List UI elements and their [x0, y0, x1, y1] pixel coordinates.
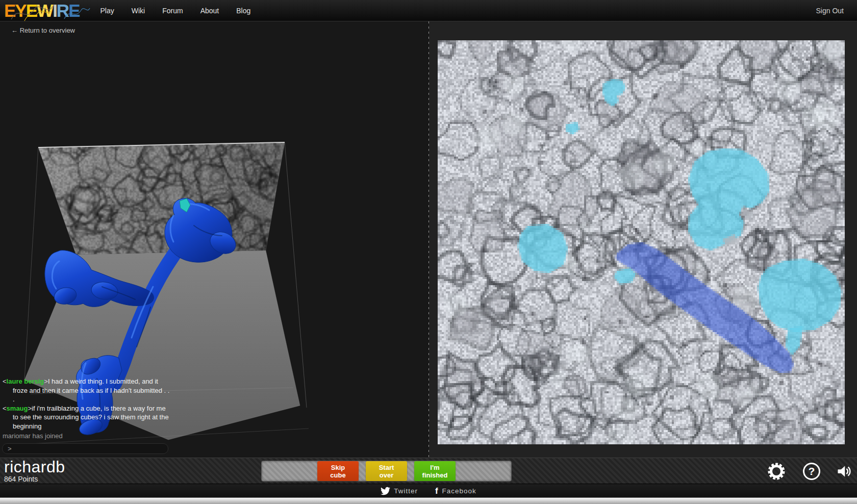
- em-slice-view[interactable]: [438, 40, 845, 444]
- chat-log: laure bersigI had a weird thing. I submi…: [3, 377, 173, 441]
- chat-prompt: >: [8, 445, 12, 452]
- nav-item-blog[interactable]: Blog: [228, 7, 259, 15]
- em-textured-wall: [36, 140, 287, 257]
- chat-message: laure bersigI had a weird thing. I submi…: [3, 377, 173, 404]
- logo-letter: E: [4, 1, 15, 20]
- chat-username: smaug: [3, 405, 32, 412]
- chat-input[interactable]: >: [2, 443, 168, 454]
- logo-letter: I: [53, 1, 57, 20]
- logo-letter: E: [26, 1, 37, 20]
- back-arrow-icon: ←: [11, 27, 18, 34]
- bottom-scroll-strip: [0, 497, 857, 504]
- nav-links: Play Wiki Forum About Blog: [92, 7, 260, 15]
- facebook-link[interactable]: f Facebook: [435, 487, 476, 495]
- hud-icons: ?: [766, 458, 852, 484]
- twitter-link[interactable]: Twitter: [381, 486, 418, 496]
- top-navbar: EYEWIRE Play Wiki Forum About Blog Sign …: [0, 0, 857, 21]
- start-over-button[interactable]: Start over: [366, 461, 407, 481]
- nav-item-wiki[interactable]: Wiki: [123, 7, 154, 15]
- sign-out-link[interactable]: Sign Out: [816, 7, 844, 15]
- help-icon[interactable]: ?: [803, 463, 820, 480]
- settings-gear-icon[interactable]: [766, 461, 787, 482]
- chat-text: if i'm trailblazing a cube, is there a w…: [13, 405, 169, 430]
- cube-actions-panel: Skip cube Start over I'm finished: [261, 461, 512, 482]
- nav-item-forum[interactable]: Forum: [154, 7, 191, 15]
- social-bar: Twitter f Facebook: [0, 484, 857, 497]
- im-finished-button[interactable]: I'm finished: [414, 461, 456, 481]
- player-points: 864 Points: [4, 475, 65, 483]
- logo-letter: Y: [15, 1, 26, 20]
- logo-letter: R: [57, 1, 68, 20]
- volume-icon[interactable]: [837, 464, 852, 479]
- nav-item-play[interactable]: Play: [92, 7, 123, 15]
- chat-join-notice: mariomar has joined: [3, 432, 173, 441]
- player-username: richardb: [4, 459, 65, 475]
- logo-letter: W: [37, 1, 53, 20]
- skip-cube-button[interactable]: Skip cube: [317, 461, 359, 481]
- eyewire-logo[interactable]: EYEWIRE: [4, 1, 80, 21]
- em-2d-viewer: [429, 21, 857, 458]
- eyewire-app: EYEWIRE Play Wiki Forum About Blog Sign …: [0, 0, 857, 504]
- chat-username: laure bersig: [3, 377, 48, 385]
- user-info: richardb 864 Points: [4, 459, 65, 483]
- nav-item-about[interactable]: About: [192, 7, 228, 15]
- panel-separator: [428, 21, 429, 458]
- main-content: ← Return to overview laure bersigI had a…: [0, 21, 857, 458]
- neuron-3d-viewer[interactable]: ← Return to overview laure bersigI had a…: [0, 21, 429, 458]
- chat-message: smaugif i'm trailblazing a cube, is ther…: [3, 404, 173, 431]
- facebook-f-icon: f: [435, 487, 439, 495]
- bottom-hud-bar: richardb 864 Points Skip cube Start over…: [0, 458, 857, 484]
- twitter-bird-icon: [381, 486, 390, 496]
- logo-letter: E: [68, 1, 79, 20]
- return-to-overview-link[interactable]: ← Return to overview: [11, 27, 75, 34]
